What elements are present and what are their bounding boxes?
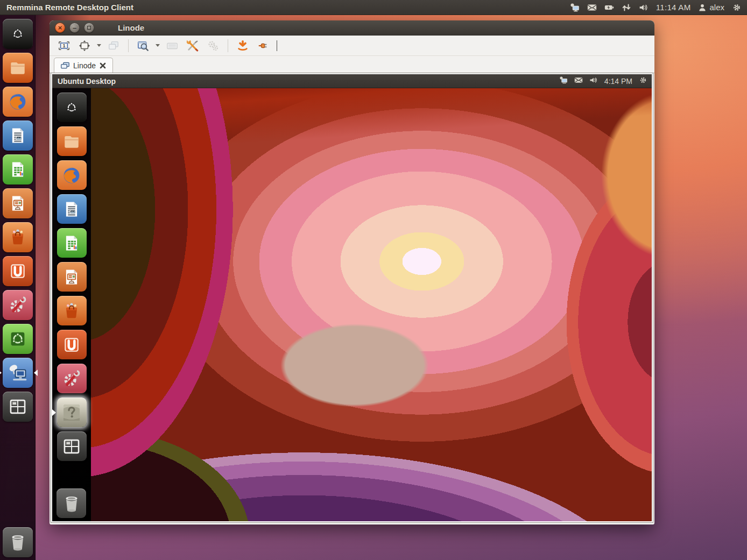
username-label: alex: [709, 3, 724, 12]
remote-top-panel: Ubuntu Desktop 4:14 PM: [52, 74, 652, 88]
toggle-scaled-mode-icon[interactable]: [134, 38, 152, 54]
tab-close-icon[interactable]: [100, 62, 106, 69]
focused-indicator-arrow: [34, 370, 38, 376]
launcher-system-settings[interactable]: [3, 290, 33, 320]
window-close-button[interactable]: ×: [55, 23, 65, 33]
switch-tabs-icon[interactable]: [104, 38, 123, 54]
panel-window-title: Remmina Remote Desktop Client: [0, 3, 570, 12]
remote-launcher-ubuntu-one[interactable]: [57, 330, 87, 359]
mail-indicator-icon[interactable]: [574, 76, 583, 87]
host-clock[interactable]: 11:14 AM: [656, 3, 691, 12]
launcher-dash-home[interactable]: [3, 19, 33, 49]
launcher-ubuntu-software[interactable]: [3, 324, 33, 354]
window-minimize-button[interactable]: –: [69, 23, 80, 33]
tab-bar: Linode: [50, 56, 654, 73]
battery-indicator-icon[interactable]: [604, 3, 614, 12]
toolbar-text-cursor: [277, 40, 277, 51]
remote-session-view: Ubuntu Desktop 4:14 PM: [51, 73, 653, 522]
remmina-toolbar: 1: [50, 36, 654, 56]
remote-launcher-unknown-app[interactable]: [57, 398, 87, 427]
remote-desktop-indicator-icon[interactable]: [570, 3, 580, 12]
mail-indicator-icon[interactable]: [587, 3, 597, 12]
running-indicator-arrow: [0, 370, 2, 376]
remmina-window: × – Linode 1: [50, 20, 654, 524]
remote-focused-indicator-arrow: [52, 409, 56, 416]
launcher-libreoffice-writer[interactable]: [3, 120, 33, 151]
tab-label: Linode: [73, 61, 96, 70]
window-maximize-button[interactable]: [84, 23, 94, 33]
host-top-panel: Remmina Remote Desktop Client 11:14 AM a…: [0, 0, 747, 15]
launcher-remmina[interactable]: [3, 358, 33, 388]
remote-panel-title: Ubuntu Desktop: [52, 77, 559, 86]
session-gear-icon[interactable]: [732, 3, 742, 12]
grab-keyboard-icon[interactable]: [163, 38, 181, 54]
disconnect-icon[interactable]: [254, 38, 272, 54]
user-menu[interactable]: alex: [698, 3, 724, 12]
remote-launcher-system-settings[interactable]: [57, 364, 87, 393]
window-title: Linode: [118, 23, 144, 32]
toggle-fullscreen-icon[interactable]: [75, 38, 94, 54]
launcher-workspace-switcher[interactable]: [3, 392, 33, 422]
settings-gears-icon[interactable]: [204, 38, 222, 54]
remote-unity-launcher: [52, 88, 91, 521]
remote-session-gear-icon[interactable]: [639, 76, 647, 87]
launcher-home-folder[interactable]: [3, 53, 33, 83]
toolbar-separator: [228, 39, 228, 52]
sync-indicator-icon[interactable]: [622, 3, 631, 12]
tools-icon[interactable]: [184, 38, 202, 54]
launcher-libreoffice-calc[interactable]: [3, 154, 33, 185]
launcher-trash[interactable]: [3, 527, 33, 557]
scaled-dropdown-arrow[interactable]: [156, 44, 160, 47]
remote-desktop-indicator-icon[interactable]: [559, 76, 568, 87]
volume-indicator-icon[interactable]: [589, 76, 598, 87]
remote-clock[interactable]: 4:14 PM: [604, 77, 632, 86]
toolbar-separator: [128, 39, 129, 52]
remote-launcher-dash-home[interactable]: [57, 93, 87, 122]
remote-tray: 4:14 PM: [559, 76, 652, 87]
tab-window-icon: [61, 62, 69, 69]
remote-launcher-workspace-switcher[interactable]: [57, 431, 87, 461]
remote-wallpaper[interactable]: [91, 88, 652, 521]
remote-launcher-libreoffice-impress[interactable]: [57, 262, 87, 292]
launcher-ubuntu-software-center[interactable]: [3, 222, 33, 252]
remote-launcher-home-folder[interactable]: [57, 126, 87, 156]
launcher-libreoffice-impress[interactable]: [3, 188, 33, 218]
minimize-to-tray-icon[interactable]: [234, 38, 252, 54]
remote-launcher-libreoffice-calc[interactable]: [57, 228, 87, 258]
remote-launcher-firefox[interactable]: [57, 160, 87, 190]
remote-launcher-ubuntu-software-center[interactable]: [57, 296, 87, 325]
launcher-firefox[interactable]: [3, 87, 33, 117]
host-unity-launcher: [0, 15, 36, 560]
remote-launcher-libreoffice-writer[interactable]: [57, 194, 87, 224]
volume-indicator-icon[interactable]: [639, 3, 649, 12]
svg-text:1: 1: [63, 44, 66, 48]
window-titlebar[interactable]: × – Linode: [50, 20, 654, 36]
remote-desktop[interactable]: [52, 88, 652, 521]
remote-launcher-trash[interactable]: [57, 488, 86, 518]
host-tray: 11:14 AM alex: [570, 3, 747, 12]
launcher-ubuntu-one[interactable]: [3, 256, 33, 286]
fit-window-icon[interactable]: 1: [55, 38, 73, 54]
tab-linode[interactable]: Linode: [54, 58, 113, 73]
fullscreen-dropdown-arrow[interactable]: [97, 44, 101, 47]
